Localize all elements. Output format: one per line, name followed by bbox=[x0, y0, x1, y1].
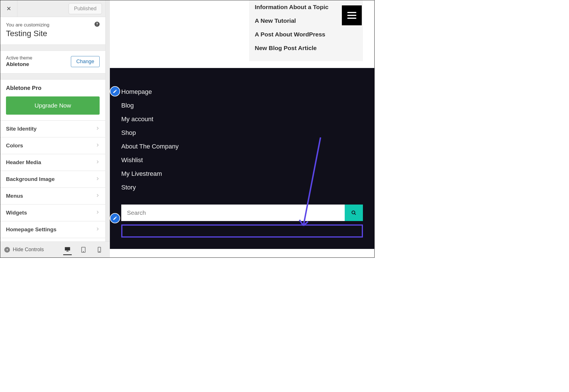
help-button[interactable]: ? bbox=[95, 22, 100, 27]
device-switcher bbox=[63, 244, 106, 255]
recent-post-link[interactable]: New Blog Post Article bbox=[255, 41, 357, 55]
footer-nav-homepage[interactable]: Homepage bbox=[121, 85, 363, 99]
section-label: Menus bbox=[6, 193, 23, 199]
pencil-icon bbox=[113, 216, 117, 220]
footer-search-form bbox=[121, 205, 363, 221]
chevron-right-icon bbox=[96, 160, 100, 165]
desktop-icon bbox=[64, 246, 71, 252]
close-button[interactable] bbox=[0, 0, 17, 17]
site-title: Testing Site bbox=[6, 29, 100, 38]
section-site-identity[interactable]: Site Identity bbox=[0, 121, 105, 137]
footer-nav-story[interactable]: Story bbox=[121, 181, 363, 194]
footer-nav-my-account[interactable]: My account bbox=[121, 112, 363, 126]
edit-shortcut-nav[interactable] bbox=[110, 86, 120, 96]
upgrade-panel: Abletone Pro Upgrade Now bbox=[0, 80, 105, 121]
section-label: Colors bbox=[6, 143, 23, 149]
change-theme-button[interactable]: Change bbox=[71, 56, 100, 67]
section-label: Widgets bbox=[6, 210, 27, 216]
chevron-right-icon bbox=[96, 143, 100, 148]
hamburger-icon bbox=[347, 12, 356, 19]
publish-status[interactable]: Published bbox=[69, 3, 102, 14]
mobile-icon bbox=[96, 247, 102, 253]
section-label: Background Image bbox=[6, 176, 55, 182]
section-label: Site Identity bbox=[6, 126, 37, 132]
tablet-icon bbox=[80, 247, 87, 253]
footer-nav-shop[interactable]: Shop bbox=[121, 126, 363, 140]
section-header-media[interactable]: Header Media bbox=[0, 154, 105, 171]
section-menus[interactable]: Menus bbox=[0, 188, 105, 205]
search-input[interactable] bbox=[121, 205, 345, 221]
hamburger-menu-button[interactable] bbox=[342, 5, 362, 25]
divider bbox=[0, 73, 105, 80]
active-theme-name: Abletone bbox=[6, 61, 32, 67]
hide-controls-label: Hide Controls bbox=[13, 247, 44, 253]
sidebar-topbar: Published bbox=[0, 0, 105, 17]
customizer-app: Published You are customizing Testing Si… bbox=[0, 0, 375, 258]
device-mobile[interactable] bbox=[95, 244, 104, 255]
divider bbox=[0, 45, 105, 51]
customizing-panel: You are customizing Testing Site ? bbox=[0, 17, 105, 45]
section-label: Homepage Settings bbox=[6, 226, 56, 233]
preview-footer: Homepage Blog My account Shop About The … bbox=[110, 68, 374, 249]
section-homepage-settings[interactable]: Homepage Settings bbox=[0, 221, 105, 238]
footer-nav-livestream[interactable]: My Livestream bbox=[121, 167, 363, 181]
active-theme-panel: Active theme Abletone Change bbox=[0, 51, 105, 73]
sidebar-bottom-bar: Hide Controls bbox=[0, 242, 110, 257]
svg-rect-1 bbox=[67, 251, 68, 251]
search-icon bbox=[351, 210, 356, 215]
upgrade-button[interactable]: Upgrade Now bbox=[6, 96, 100, 115]
active-theme-label: Active theme bbox=[6, 55, 32, 61]
svg-rect-0 bbox=[65, 247, 70, 251]
preview-content-top: Information About a Topic A New Tutorial… bbox=[110, 0, 374, 68]
collapse-icon bbox=[4, 247, 10, 253]
search-button[interactable] bbox=[345, 205, 363, 221]
chevron-right-icon bbox=[96, 126, 100, 131]
svg-point-6 bbox=[99, 251, 99, 251]
customizer-sidebar: Published You are customizing Testing Si… bbox=[0, 0, 110, 257]
svg-point-4 bbox=[83, 251, 83, 251]
device-tablet[interactable] bbox=[79, 244, 88, 255]
section-widgets[interactable]: Widgets bbox=[0, 205, 105, 221]
footer-nav-blog[interactable]: Blog bbox=[121, 99, 363, 112]
chevron-right-icon bbox=[96, 193, 100, 199]
sidebar-content: Published You are customizing Testing Si… bbox=[0, 0, 105, 257]
hide-controls-button[interactable]: Hide Controls bbox=[4, 247, 44, 253]
sidebar-scrollbar[interactable] bbox=[105, 0, 110, 257]
annotation-highlight-box bbox=[121, 224, 363, 238]
recent-post-link[interactable]: A Post About WordPress bbox=[255, 28, 357, 41]
chevron-right-icon bbox=[96, 227, 100, 232]
pencil-icon bbox=[113, 89, 117, 94]
preview-pane: Information About a Topic A New Tutorial… bbox=[110, 0, 374, 257]
footer-nav-about[interactable]: About The Company bbox=[121, 140, 363, 153]
section-label: Header Media bbox=[6, 159, 41, 166]
customizing-label: You are customizing bbox=[6, 22, 100, 28]
theme-info: Active theme Abletone bbox=[6, 55, 32, 67]
pro-title: Abletone Pro bbox=[6, 85, 100, 91]
close-icon bbox=[6, 6, 11, 11]
svg-point-7 bbox=[352, 211, 355, 214]
section-background-image[interactable]: Background Image bbox=[0, 171, 105, 188]
device-desktop[interactable] bbox=[63, 244, 72, 255]
svg-rect-2 bbox=[66, 251, 69, 251]
footer-nav-wishlist[interactable]: Wishlist bbox=[121, 153, 363, 167]
chevron-right-icon bbox=[96, 177, 100, 182]
edit-shortcut-search[interactable] bbox=[110, 213, 120, 223]
section-colors[interactable]: Colors bbox=[0, 137, 105, 154]
chevron-right-icon bbox=[96, 210, 100, 215]
footer-nav-menu: Homepage Blog My account Shop About The … bbox=[121, 85, 363, 194]
